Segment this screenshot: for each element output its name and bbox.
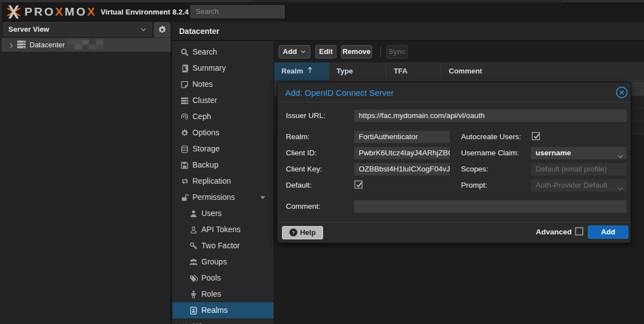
- dialog-titlebar: Add: OpenID Connect Server: [278, 82, 631, 102]
- address-book-icon: [189, 302, 198, 318]
- nav-item-groups[interactable]: Groups: [172, 254, 274, 270]
- tree-node-datacenter[interactable]: Datacenter: [2, 38, 171, 52]
- proxmox-app: PROXMOX Virtual Environment 8.2.4 Search…: [0, 0, 644, 324]
- nav-item-two-factor[interactable]: Two Factor: [172, 238, 274, 254]
- nav-item-label: Options: [192, 125, 219, 141]
- retweet-icon: [180, 173, 189, 189]
- unlock-icon: [180, 189, 189, 205]
- client-id-input[interactable]: PwbrK6Utcz4IayJ4ARhjZBCk8: [354, 147, 450, 159]
- column-header-type[interactable]: Type: [329, 62, 387, 81]
- advanced-checkbox[interactable]: [575, 227, 583, 235]
- nav-item-notes[interactable]: Notes: [172, 76, 274, 92]
- brand-letter: X: [55, 5, 65, 18]
- column-header-comment[interactable]: Comment: [442, 62, 644, 81]
- default-row: Default: Prompt: Auth-Provider Default: [278, 179, 631, 192]
- chevron-down-icon: [300, 50, 306, 54]
- nav-item-permissions[interactable]: Permissions: [172, 189, 274, 205]
- global-search-input[interactable]: Search: [190, 5, 285, 18]
- nav-item-label: HA: [192, 318, 203, 324]
- tree-settings-button[interactable]: [154, 22, 170, 37]
- view-mode-select[interactable]: Server View: [3, 22, 152, 36]
- nav-item-label: Groups: [201, 254, 227, 270]
- users-icon: [189, 254, 198, 270]
- view-selector-row: Server View: [0, 22, 171, 38]
- nav-item-api-tokens[interactable]: API Tokens: [172, 222, 274, 238]
- realm-input[interactable]: FortiAuthenticator: [354, 131, 450, 143]
- scopes-input[interactable]: Default (email profile): [531, 163, 627, 175]
- default-checkbox[interactable]: [354, 180, 363, 189]
- client-key-label: Client Key:: [286, 165, 322, 173]
- nav-item-roles[interactable]: Roles: [172, 286, 274, 302]
- nav-item-ha[interactable]: HA: [172, 318, 274, 324]
- help-button[interactable]: ? Help: [282, 226, 323, 239]
- nav-item-label: API Tokens: [201, 222, 241, 238]
- username-claim-select[interactable]: username: [531, 147, 627, 159]
- nav-item-label: Pools: [201, 270, 221, 286]
- page-title-bar: Datacenter: [172, 22, 644, 41]
- issuer-url-input[interactable]: https://fac.mydomain.com/api/vl/oauth: [354, 110, 627, 122]
- page-title: Datacenter: [179, 27, 219, 36]
- nav-item-options[interactable]: Options: [172, 125, 274, 141]
- brand-letter: X: [87, 5, 97, 18]
- nav-item-summary[interactable]: Summary: [172, 60, 274, 76]
- add-openid-dialog: Add: OpenID Connect Server Issuer URL: h…: [277, 82, 631, 243]
- nav-item-storage[interactable]: Storage: [172, 141, 274, 157]
- nav-item-label: Search: [192, 44, 217, 60]
- nav-item-cluster[interactable]: Cluster: [172, 92, 274, 109]
- client-id-row: Client ID: PwbrK6Utcz4IayJ4ARhjZBCk8 Use…: [278, 147, 631, 159]
- nav-item-label: Replication: [192, 173, 231, 189]
- nav-item-label: Realms: [201, 302, 227, 318]
- add-button[interactable]: Add: [279, 45, 310, 58]
- svg-text:?: ?: [292, 230, 295, 235]
- autocreate-users-label: Autocreate Users:: [461, 132, 521, 141]
- nav-item-label: Permissions: [192, 189, 235, 205]
- sync-button[interactable]: Sync: [387, 45, 408, 58]
- search-icon: [180, 44, 189, 60]
- column-header-realm[interactable]: Realm: [274, 62, 329, 81]
- database-icon: [180, 141, 189, 157]
- client-key-input[interactable]: OZBBbst4H1luICXogF04vJIk3: [354, 163, 450, 175]
- nav-item-ceph[interactable]: Ceph: [172, 109, 274, 125]
- nav-item-users[interactable]: Users: [172, 205, 274, 222]
- nav-item-backup[interactable]: Backup: [172, 157, 274, 173]
- floppy-icon: [180, 157, 189, 173]
- heartbeat-icon: [180, 318, 189, 324]
- check-icon: [355, 181, 363, 188]
- key-icon: [189, 238, 198, 254]
- username-claim-label: Username Claim:: [461, 149, 519, 157]
- chevron-down-icon: [617, 183, 623, 192]
- close-icon[interactable]: [616, 86, 628, 99]
- nav-item-pools[interactable]: Pools: [172, 270, 274, 286]
- resource-tree-panel: Server View Datacenter: [0, 22, 171, 324]
- remove-button[interactable]: Remove: [341, 45, 372, 58]
- user-outline-icon: [189, 222, 198, 238]
- nav-item-label: Summary: [192, 60, 226, 76]
- issuer-row: Issuer URL: https://fac.mydomain.com/api…: [278, 110, 631, 122]
- nav-item-search[interactable]: Search: [172, 44, 274, 60]
- nav-item-replication[interactable]: Replication: [172, 173, 274, 189]
- comment-input[interactable]: [354, 200, 627, 213]
- dialog-add-button[interactable]: Add: [588, 225, 628, 239]
- tags-icon: [189, 270, 198, 286]
- dialog-footer: ? Help Advanced Add: [278, 222, 631, 243]
- nav-item-label: Storage: [192, 141, 220, 157]
- nav-item-realms[interactable]: Realms: [172, 302, 274, 318]
- chevron-right-icon[interactable]: [8, 42, 14, 50]
- tree-node-label: Datacenter: [29, 41, 65, 49]
- realm-row: Realm: FortiAuthenticator Autocreate Use…: [278, 131, 631, 143]
- prompt-select[interactable]: Auth-Provider Default: [531, 179, 627, 192]
- edit-button[interactable]: Edit: [315, 45, 336, 58]
- chevron-down-icon[interactable]: [260, 189, 266, 205]
- toolbar: Add Edit Remove Sync: [274, 41, 644, 63]
- gear-icon: [180, 125, 189, 141]
- autocreate-users-checkbox[interactable]: [532, 132, 540, 140]
- server-stack-icon: [17, 40, 26, 51]
- check-icon: [533, 132, 540, 140]
- chevron-right-icon[interactable]: [261, 318, 266, 324]
- dialog-title: Add: OpenID Connect Server: [285, 88, 394, 97]
- nav-item-label: Backup: [192, 157, 219, 173]
- config-nav-panel: SearchSummaryNotesClusterCephOptionsStor…: [172, 41, 274, 324]
- advanced-label: Advanced: [536, 228, 572, 236]
- column-header-tfa[interactable]: TFA: [387, 62, 442, 81]
- cluster-icon: [180, 92, 189, 109]
